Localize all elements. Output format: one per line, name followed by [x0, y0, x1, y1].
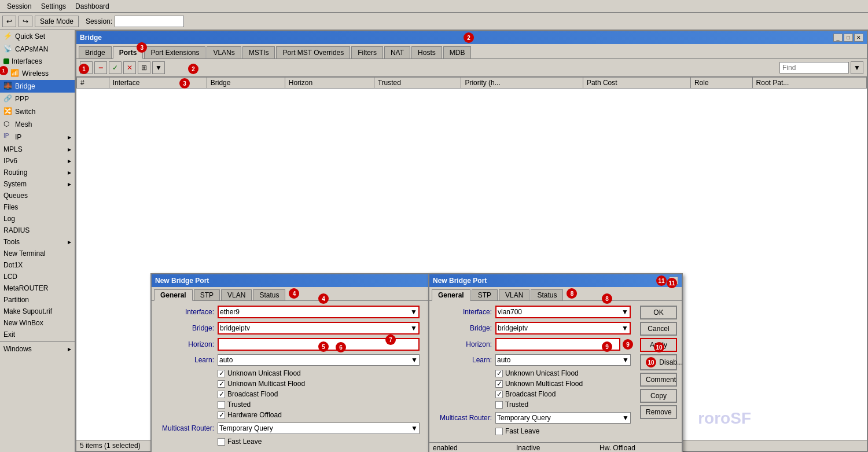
sidebar-item-queues[interactable]: Queues [0, 190, 75, 201]
sidebar-item-exit[interactable]: Exit [0, 329, 75, 340]
dialog2-tab-status[interactable]: Status [531, 289, 563, 300]
dialog1-horizon-label: Horizon: [156, 340, 214, 348]
sidebar-item-capsman[interactable]: 📡 CAPsMAN [0, 43, 75, 56]
dialog2-interface-label: Interface: [434, 308, 492, 316]
tab-mdb[interactable]: MDB [443, 46, 472, 58]
sidebar-item-quickset[interactable]: ⚡ Quick Set [0, 30, 75, 43]
dialog2-unicast-checkbox[interactable]: ✓ [495, 370, 503, 377]
tab-port-mst-overrides[interactable]: Port MST Overrides [276, 46, 350, 58]
undo-button[interactable]: ↩ [2, 16, 16, 27]
sidebar-item-files[interactable]: Files [0, 201, 75, 213]
window-close[interactable]: ✕ [854, 34, 863, 42]
sidebar-item-lcd[interactable]: LCD [0, 271, 75, 282]
filter-button[interactable]: ▼ [152, 61, 165, 74]
sidebar-item-system[interactable]: System ▶ [0, 178, 75, 190]
sidebar-item-metarouter[interactable]: MetaROUTER [0, 282, 75, 294]
dialog2-multicast-checkbox[interactable]: ✓ [495, 380, 503, 388]
enable-button[interactable]: ✓ [109, 61, 122, 74]
tab-mstis[interactable]: MSTIs [242, 46, 275, 58]
dialog2-mcastrouter-select[interactable]: Temporary Query ▼ [495, 412, 631, 424]
sidebar-item-routing[interactable]: Routing ▶ [0, 167, 75, 178]
dialog2-learn-select[interactable]: auto ▼ [495, 354, 631, 366]
dialog1-tab-status[interactable]: Status [253, 289, 285, 300]
sidebar-item-windows[interactable]: Windows ▶ [0, 343, 75, 355]
tab-hosts[interactable]: Hosts [411, 46, 442, 58]
safe-mode-button[interactable]: Safe Mode [35, 16, 79, 27]
sidebar-item-winbox[interactable]: New WinBox [0, 317, 75, 329]
dialog1-tab-general[interactable]: General [154, 289, 193, 301]
menu-dashboard[interactable]: Dashboard [71, 1, 114, 12]
sidebar-item-switch[interactable]: 🔀 Switch [0, 105, 75, 118]
sidebar-item-ipv6[interactable]: IPv6 ▶ [0, 155, 75, 167]
dialog1-multicast-checkbox[interactable]: ✓ [218, 380, 225, 388]
sidebar-item-log[interactable]: Log [0, 213, 75, 225]
add-button[interactable]: + [80, 61, 93, 74]
dialog2-close[interactable]: ✕ [669, 277, 678, 285]
sidebar-item-ppp[interactable]: 🔗 PPP [0, 93, 75, 105]
dialog2-broadcast-checkbox[interactable]: ✓ [495, 391, 503, 398]
dialog2-tab-stp[interactable]: STP [472, 289, 498, 300]
dialog1-interface-select[interactable]: ether9 ▼ [218, 306, 420, 318]
dialog2-cancel-button[interactable]: Cancel [640, 322, 677, 336]
menu-settings[interactable]: Settings [36, 1, 71, 12]
sidebar-item-dot1x[interactable]: Dot1X [0, 259, 75, 271]
tab-ports[interactable]: 3 Ports [113, 46, 144, 59]
menu-session[interactable]: Session [2, 1, 36, 12]
dialog1-mcastrouter-select[interactable]: Temporary Query ▼ [218, 422, 420, 434]
dialog2-horizon-input[interactable] [495, 338, 620, 351]
sidebar-item-radius[interactable]: RADIUS [0, 225, 75, 236]
dialog1-bridge-select[interactable]: bridgeiptv ▼ [218, 322, 420, 335]
ppp-icon: 🔗 [3, 94, 13, 104]
dialog1-hwoffload-label: Hardware Offload [227, 411, 282, 419]
col-horizon: Horizon [285, 78, 374, 89]
sidebar-item-partition[interactable]: Partition [0, 294, 75, 306]
disable-button[interactable]: ✕ [123, 61, 136, 74]
dialog2-disable-button[interactable]: 10 Disab... [640, 354, 677, 370]
sidebar-item-tools[interactable]: Tools ▶ [0, 236, 75, 248]
dialog1-unicast-checkbox[interactable]: ✓ [218, 370, 225, 377]
copy-button[interactable]: ⊞ [138, 61, 150, 74]
tab-bridge[interactable]: Bridge [79, 46, 112, 58]
window-minimize[interactable]: _ [833, 34, 843, 42]
tab-port-extensions[interactable]: Port Extensions [144, 46, 205, 58]
dialog2-comment-button[interactable]: Comment [640, 373, 677, 387]
dialog1-learn-select[interactable]: auto ▼ [218, 354, 420, 366]
dialog1-hwoffload-checkbox[interactable]: ✓ [218, 411, 225, 419]
dialog2-interface-select[interactable]: vlan700 ▼ [495, 306, 631, 318]
dialog2-tab-general[interactable]: General [432, 289, 470, 301]
dialog2-bridge-select[interactable]: bridgeiptv ▼ [495, 322, 631, 335]
sidebar-item-wireless[interactable]: 1 📶 Wireless [0, 67, 75, 80]
tab-bar: Bridge 3 Ports Port Extensions VLANs MST… [76, 44, 867, 59]
sidebar-item-ip[interactable]: IP IP ▶ [0, 131, 75, 144]
dialog2-trusted-checkbox[interactable] [495, 401, 503, 409]
dialog1-tab-vlan[interactable]: VLAN [221, 289, 252, 300]
dialog1-horizon-input[interactable] [218, 338, 420, 351]
dialog2-apply-button[interactable]: Apply [640, 338, 677, 352]
remove-button[interactable]: − [94, 61, 107, 74]
sidebar-item-mesh[interactable]: ⬡ Mesh [0, 118, 75, 131]
redo-button[interactable]: ↪ [19, 16, 32, 27]
tab-vlans[interactable]: VLANs [207, 46, 241, 58]
find-dropdown[interactable]: ▼ [851, 61, 863, 74]
tab-nat[interactable]: NAT [384, 46, 410, 58]
sidebar-item-mpls[interactable]: MPLS ▶ [0, 144, 75, 155]
sidebar-item-supout[interactable]: Make Supout.rif [0, 306, 75, 317]
dialog2-remove-button[interactable]: Remove [640, 405, 677, 419]
dialog2-tab-vlan[interactable]: VLAN [499, 289, 529, 300]
sidebar-item-bridge[interactable]: 🌉 Bridge [0, 80, 75, 93]
window-maximize[interactable]: □ [844, 34, 853, 42]
dialog1-tab-stp[interactable]: STP [194, 289, 220, 300]
tab-filters[interactable]: Filters [351, 46, 383, 58]
dialog1-broadcast-checkbox[interactable]: ✓ [218, 391, 225, 398]
find-input[interactable] [779, 62, 849, 74]
dialog1-fastleave-checkbox[interactable] [218, 438, 225, 446]
session-input[interactable] [115, 16, 184, 27]
dialog2-fastleave-checkbox[interactable] [495, 428, 503, 435]
dialog2-copy-button[interactable]: Copy [640, 389, 677, 403]
mpls-arrow: ▶ [68, 147, 71, 152]
dialog1-trusted-checkbox[interactable] [218, 401, 225, 409]
sidebar-item-terminal[interactable]: New Terminal [0, 248, 75, 259]
dialog2-ok-button[interactable]: OK [640, 306, 677, 319]
sidebar-item-interfaces[interactable]: Interfaces [0, 56, 75, 67]
sidebar-label-windows: Windows [3, 345, 32, 353]
